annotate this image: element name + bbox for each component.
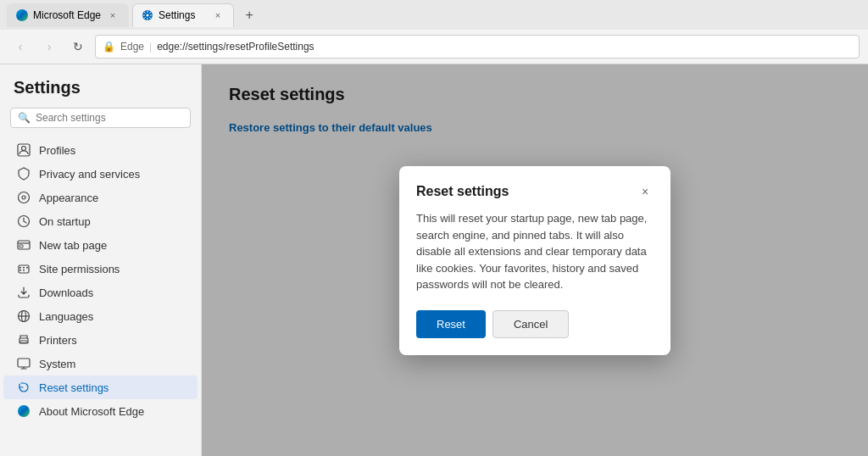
dialog-header: Reset settings × xyxy=(416,183,654,200)
tab-bar: Microsoft Edge × Settings × + xyxy=(0,0,868,30)
forward-button[interactable]: › xyxy=(37,35,61,58)
main-layout: Settings 🔍 Profiles Privacy and se xyxy=(0,64,868,456)
sidebar-item-downloads[interactable]: Downloads xyxy=(3,281,198,304)
sidebar-item-label: New tab page xyxy=(39,239,107,252)
svg-point-3 xyxy=(19,192,30,203)
svg-point-2 xyxy=(22,147,26,151)
sidebar-item-newtab[interactable]: New tab page xyxy=(3,233,198,257)
svg-rect-8 xyxy=(19,265,29,273)
svg-rect-17 xyxy=(20,341,27,343)
about-icon xyxy=(17,404,31,418)
svg-rect-9 xyxy=(19,267,21,269)
tab-settings[interactable]: Settings × xyxy=(132,3,234,27)
tab-close-button[interactable]: × xyxy=(106,8,120,22)
browser-chrome: Microsoft Edge × Settings × + ‹ › ↻ 🔒 Ed… xyxy=(0,0,868,64)
edge-label: Edge xyxy=(120,41,144,53)
sidebar-item-appearance[interactable]: Appearance xyxy=(3,186,198,209)
svg-rect-18 xyxy=(18,359,30,367)
reset-button[interactable]: Reset xyxy=(416,310,486,338)
sidebar-item-label: About Microsoft Edge xyxy=(39,405,144,418)
reset-icon xyxy=(17,381,31,394)
settings-favicon-icon xyxy=(142,9,153,21)
system-icon xyxy=(17,357,31,370)
sidebar-item-languages[interactable]: Languages xyxy=(3,304,198,328)
sidebar-item-about[interactable]: About Microsoft Edge xyxy=(3,399,198,423)
back-button[interactable]: ‹ xyxy=(8,35,32,58)
dialog-close-button[interactable]: × xyxy=(637,183,654,200)
sidebar-item-label: Languages xyxy=(39,310,93,323)
address-separator: | xyxy=(149,41,152,53)
search-icon: 🔍 xyxy=(18,112,31,124)
search-box[interactable]: 🔍 xyxy=(10,108,191,128)
sidebar-item-label: On startup xyxy=(39,215,91,228)
svg-rect-7 xyxy=(19,245,23,247)
appearance-icon xyxy=(17,191,31,204)
sidebar-item-permissions[interactable]: Site permissions xyxy=(3,257,198,281)
svg-rect-10 xyxy=(23,267,25,269)
reset-settings-dialog: Reset settings × This will reset your st… xyxy=(399,166,670,355)
tab-label: Microsoft Edge xyxy=(33,9,101,21)
sidebar: Settings 🔍 Profiles Privacy and se xyxy=(0,64,202,456)
address-bar: ‹ › ↻ 🔒 Edge | edge://settings/resetProf… xyxy=(0,30,868,64)
profile-icon xyxy=(17,143,31,157)
sidebar-item-label: Downloads xyxy=(39,286,93,299)
sidebar-item-label: System xyxy=(39,358,75,370)
downloads-icon xyxy=(17,286,31,299)
address-url: edge://settings/resetProfileSettings xyxy=(157,41,314,53)
printers-icon xyxy=(17,333,31,347)
new-tab-button[interactable]: + xyxy=(237,3,261,27)
dialog-body: This will reset your startup page, new t… xyxy=(416,210,654,293)
newtab-icon xyxy=(17,238,31,252)
sidebar-item-startup[interactable]: On startup xyxy=(3,209,198,233)
privacy-icon xyxy=(17,167,31,181)
sidebar-item-reset[interactable]: Reset settings xyxy=(3,375,198,399)
content-area: Reset settings Restore settings to their… xyxy=(202,64,868,456)
sidebar-item-system[interactable]: System xyxy=(3,352,198,375)
sidebar-title: Settings xyxy=(0,78,201,108)
sidebar-item-label: Site permissions xyxy=(39,263,120,275)
svg-rect-11 xyxy=(26,267,28,269)
sidebar-item-label: Reset settings xyxy=(39,381,108,394)
svg-rect-12 xyxy=(19,270,21,271)
cancel-button[interactable]: Cancel xyxy=(492,310,569,338)
search-input[interactable] xyxy=(36,112,183,124)
languages-icon xyxy=(17,309,31,323)
sidebar-item-label: Appearance xyxy=(39,192,98,204)
edge-favicon-icon xyxy=(16,9,28,21)
tab-microsoft-edge[interactable]: Microsoft Edge × xyxy=(7,3,129,27)
modal-overlay: Reset settings × This will reset your st… xyxy=(202,64,868,456)
permissions-icon xyxy=(17,262,31,275)
startup-icon xyxy=(17,214,31,228)
svg-point-4 xyxy=(22,196,25,199)
svg-rect-13 xyxy=(23,270,25,271)
address-field[interactable]: 🔒 Edge | edge://settings/resetProfileSet… xyxy=(95,35,860,58)
lock-icon: 🔒 xyxy=(103,41,115,53)
sidebar-item-label: Privacy and services xyxy=(39,168,140,181)
tab-label: Settings xyxy=(159,9,195,21)
dialog-buttons: Reset Cancel xyxy=(416,310,654,338)
sidebar-item-label: Profiles xyxy=(39,144,75,157)
tab-settings-close-button[interactable]: × xyxy=(211,8,225,22)
sidebar-item-privacy[interactable]: Privacy and services xyxy=(3,162,198,186)
refresh-button[interactable]: ↻ xyxy=(66,35,90,58)
sidebar-item-printers[interactable]: Printers xyxy=(3,328,198,352)
sidebar-item-label: Printers xyxy=(39,334,77,347)
sidebar-item-profiles[interactable]: Profiles xyxy=(3,138,198,162)
dialog-title: Reset settings xyxy=(416,184,509,199)
